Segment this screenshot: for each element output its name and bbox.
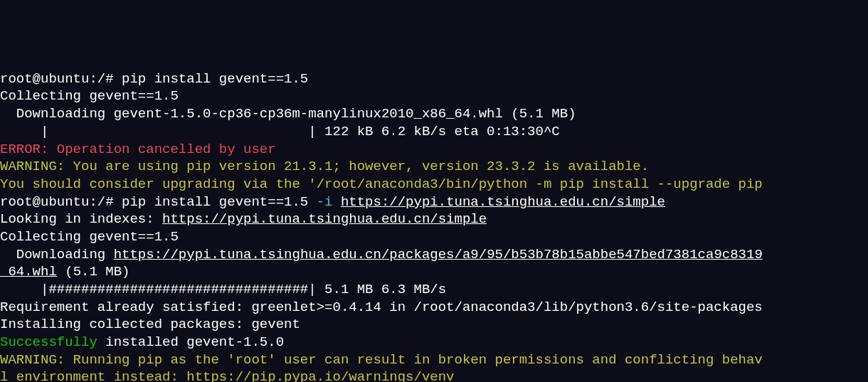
terminal-line: Downloading https://pypi.tuna.tsinghua.e… — [0, 246, 868, 264]
terminal-text-segment: Collecting gevent==1.5 — [0, 88, 179, 104]
terminal-line: Collecting gevent==1.5 — [0, 87, 868, 105]
terminal-text-segment: | | 122 kB 6.2 kB/s eta 0:13:30^C — [0, 124, 560, 139]
terminal-line: Installing collected packages: gevent — [0, 316, 868, 334]
terminal-text-segment: Installing collected packages: gevent — [0, 317, 300, 332]
terminal-text-segment: Successfully — [0, 334, 97, 350]
terminal-text-segment: WARNING: You are using pip version 21.3.… — [0, 159, 649, 174]
terminal-line: l environment instead: https://pip.pypa.… — [0, 368, 868, 382]
terminal-line: WARNING: You are using pip version 21.3.… — [0, 158, 868, 176]
terminal-line: Requirement already satisfied: greenlet>… — [0, 299, 868, 317]
terminal-line: root@ubuntu:/# pip install gevent==1.5 -… — [0, 193, 868, 211]
terminal-line: Successfully installed gevent-1.5.0 — [0, 334, 868, 351]
terminal-text-segment: l environment instead: https://pip.pypa.… — [0, 369, 455, 382]
terminal-text-segment: You should consider upgrading via the '/… — [0, 176, 763, 192]
terminal-text-segment: WARNING: Running pip as the 'root' user … — [0, 352, 763, 368]
terminal-text-segment: https://pypi.tuna.tsinghua.edu.cn/packag… — [114, 247, 763, 262]
terminal-text-segment: _64.whl — [0, 264, 57, 280]
terminal-text-segment: Collecting gevent==1.5 — [0, 229, 179, 245]
terminal-text-segment: installed gevent-1.5.0 — [97, 334, 284, 350]
terminal-line: Downloading gevent-1.5.0-cp36-cp36m-many… — [0, 105, 868, 123]
terminal-line: Looking in indexes: https://pypi.tuna.ts… — [0, 211, 868, 228]
terminal-output[interactable]: root@ubuntu:/# pip install gevent==1.5Co… — [0, 70, 868, 382]
terminal-line: | | 122 kB 6.2 kB/s eta 0:13:30^C — [0, 123, 868, 141]
terminal-text-segment: Downloading — [0, 247, 114, 262]
terminal-text-segment: https://pypi.tuna.tsinghua.edu.cn/simple — [162, 211, 487, 227]
terminal-line: WARNING: Running pip as the 'root' user … — [0, 351, 868, 369]
terminal-text-segment: root@ubuntu:/# pip install gevent==1.5 — [0, 71, 308, 87]
terminal-text-segment: https://pypi.tuna.tsinghua.edu.cn/simple — [341, 194, 665, 210]
terminal-line: Collecting gevent==1.5 — [0, 228, 868, 246]
terminal-line: root@ubuntu:/# pip install gevent==1.5 — [0, 70, 868, 88]
terminal-text-segment: (5.1 MB) — [57, 264, 130, 280]
terminal-line: You should consider upgrading via the '/… — [0, 176, 868, 193]
terminal-text-segment: -i — [317, 194, 341, 210]
terminal-line: _64.whl (5.1 MB) — [0, 263, 868, 281]
terminal-line: |################################| 5.1 M… — [0, 281, 868, 299]
terminal-text-segment: root@ubuntu:/# pip install gevent==1.5 — [0, 194, 317, 210]
terminal-text-segment: |################################| 5.1 M… — [0, 282, 446, 297]
terminal-text-segment: ERROR: Operation cancelled by user — [0, 142, 276, 157]
terminal-line: ERROR: Operation cancelled by user — [0, 141, 868, 159]
terminal-text-segment: Requirement already satisfied: greenlet>… — [0, 299, 763, 315]
terminal-text-segment: Looking in indexes: — [0, 211, 162, 227]
terminal-text-segment: Downloading gevent-1.5.0-cp36-cp36m-many… — [0, 106, 576, 122]
